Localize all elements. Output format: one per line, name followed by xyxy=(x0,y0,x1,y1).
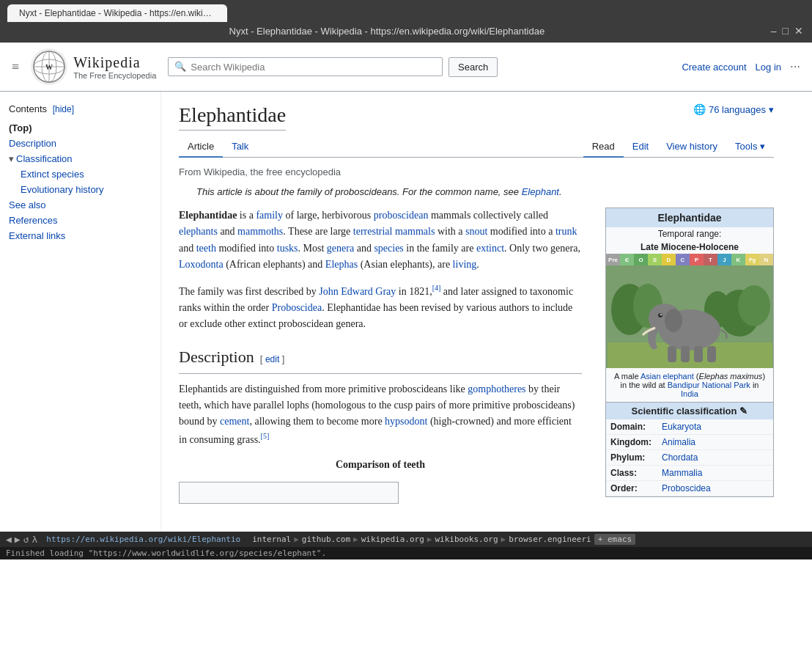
breadcrumb-github[interactable]: github.com xyxy=(302,535,350,544)
toc-item-references[interactable]: References xyxy=(9,213,152,228)
section-description-edit-link[interactable]: edit xyxy=(265,354,279,364)
article-content-row: Elephantidae is a family of large, herbi… xyxy=(179,208,774,506)
link-loxodonta[interactable]: Loxodonta xyxy=(179,259,224,270)
link-proboscidean[interactable]: proboscidean xyxy=(374,210,429,221)
languages-button[interactable]: 🌐 76 languages ▾ xyxy=(693,103,774,115)
breadcrumb-browser-engineering[interactable]: browser.engineeri xyxy=(509,535,591,544)
link-gray[interactable]: John Edward Gray xyxy=(319,285,396,296)
log-in-link[interactable]: Log in xyxy=(756,62,781,73)
create-account-link[interactable]: Create account xyxy=(682,62,746,73)
toc-item-classification[interactable]: ▾Classification xyxy=(9,151,152,166)
tab-article[interactable]: Article xyxy=(179,136,223,158)
timebar-carboniferous[interactable]: C xyxy=(676,254,690,265)
svg-point-11 xyxy=(738,285,770,326)
phylum-label: Phylum: xyxy=(610,452,662,463)
timebar-triassic[interactable]: T xyxy=(704,254,717,265)
minimize-button[interactable]: – xyxy=(771,25,777,37)
infobox: Elephantidae Temporal range: Late Miocen… xyxy=(605,208,774,497)
search-input[interactable] xyxy=(191,62,436,73)
nav-lambda[interactable]: λ xyxy=(32,534,37,545)
article-description-para: Elephantids are distinguished from more … xyxy=(179,381,582,448)
tab-edit[interactable]: Edit xyxy=(624,136,657,158)
breadcrumb-internal[interactable]: internal xyxy=(252,535,291,544)
toc-link-description[interactable]: Description xyxy=(9,138,56,149)
kingdom-value[interactable]: Animalia xyxy=(662,437,769,447)
timebar-devonian[interactable]: D xyxy=(662,254,676,265)
hamburger-menu[interactable]: ≡ xyxy=(12,59,19,75)
toc-item-evolutionary[interactable]: Evolutionary history xyxy=(9,182,152,197)
breadcrumb-wikipedia[interactable]: wikipedia.org xyxy=(361,535,424,544)
timebar-silurian[interactable]: S xyxy=(648,254,662,265)
domain-value[interactable]: Eukaryota xyxy=(662,422,769,432)
wiki-logo[interactable]: W Wikipedia The Free Encyclopedia xyxy=(31,48,156,85)
tab-talk[interactable]: Talk xyxy=(223,136,257,158)
search-button[interactable]: Search xyxy=(449,57,498,77)
toc-item-extinct[interactable]: Extinct species xyxy=(9,166,152,182)
browser-tab[interactable]: Nyxt - Elephantidae - Wikipedia - https:… xyxy=(7,4,227,22)
class-value[interactable]: Mammalia xyxy=(662,468,769,478)
cite-4[interactable]: [4] xyxy=(432,284,441,292)
link-tusks[interactable]: tusks xyxy=(277,243,298,254)
tab-view-history[interactable]: View history xyxy=(657,136,726,158)
timebar-pre[interactable]: Pre xyxy=(606,254,620,265)
link-cement[interactable]: cement xyxy=(220,416,249,427)
timebar-cretaceous[interactable]: K xyxy=(731,254,745,265)
breadcrumb-wikibooks[interactable]: wikibooks.org xyxy=(435,535,498,544)
timebar-cambrian[interactable]: Є xyxy=(620,254,634,265)
link-living[interactable]: living xyxy=(453,259,477,270)
toc-item-top[interactable]: (Top) xyxy=(9,120,152,136)
toc-item-description[interactable]: Description xyxy=(9,136,152,151)
nav-reload[interactable]: ↺ xyxy=(23,534,29,545)
timebar-paleogene[interactable]: Pg xyxy=(745,254,759,265)
link-mammoths[interactable]: mammoths xyxy=(237,226,283,237)
timebar-ordovician[interactable]: O xyxy=(634,254,648,265)
breadcrumb-sep-4: ▶ xyxy=(501,535,506,544)
link-terrestrial[interactable]: terrestrial mammals xyxy=(353,226,435,237)
italic-note-link[interactable]: Elephant xyxy=(522,186,559,197)
link-genera[interactable]: genera xyxy=(327,243,354,254)
cite-5[interactable]: [5] xyxy=(261,432,270,440)
link-extinct[interactable]: extinct xyxy=(476,243,504,254)
more-options-icon[interactable]: ⋯ xyxy=(790,61,800,73)
edit-sci-class-icon[interactable]: ✎ xyxy=(739,405,748,416)
tab-tools[interactable]: Tools ▾ xyxy=(726,136,774,158)
toc-link-externallinks[interactable]: External links xyxy=(9,230,65,241)
section-description-title: Description xyxy=(179,344,254,370)
toc-link-extinct[interactable]: Extinct species xyxy=(21,169,84,180)
caption-link-asian-elephant[interactable]: Asian elephant xyxy=(641,372,694,381)
toc-hide-button[interactable]: [hide] xyxy=(53,104,74,114)
toc-item-seealso[interactable]: See also xyxy=(9,197,152,213)
link-snout[interactable]: snout xyxy=(465,226,487,237)
link-species[interactable]: species xyxy=(374,243,403,254)
link-proboscidea[interactable]: Proboscidea xyxy=(272,302,322,313)
toc-item-externallinks[interactable]: External links xyxy=(9,228,152,243)
link-family[interactable]: family xyxy=(256,210,283,221)
maximize-button[interactable]: □ xyxy=(783,25,789,37)
link-trunk[interactable]: trunk xyxy=(556,226,577,237)
timebar-jurassic[interactable]: J xyxy=(717,254,731,265)
link-gomphotheres[interactable]: gomphotheres xyxy=(468,383,525,394)
caption-link-bandipur[interactable]: Bandipur National Park xyxy=(668,381,750,389)
breadcrumb-add-emacs[interactable]: + emacs xyxy=(594,534,635,545)
toc-link-evolutionary[interactable]: Evolutionary history xyxy=(21,184,103,195)
link-elephas[interactable]: Elephas xyxy=(325,259,358,270)
tab-read[interactable]: Read xyxy=(583,136,624,158)
timebar-neogene[interactable]: N xyxy=(759,254,773,265)
link-hypsodont[interactable]: hypsodont xyxy=(385,416,427,427)
phylum-value[interactable]: Chordata xyxy=(662,452,769,463)
caption-link-india[interactable]: India xyxy=(681,389,698,398)
nav-forward[interactable]: ▶ xyxy=(15,534,21,545)
breadcrumb-sep-1: ▶ xyxy=(294,535,299,544)
close-button[interactable]: ✕ xyxy=(794,25,803,37)
order-value[interactable]: Proboscidea xyxy=(662,483,769,493)
timebar-permian[interactable]: P xyxy=(690,254,704,265)
link-elephants[interactable]: elephants xyxy=(179,226,218,237)
nav-back[interactable]: ◀ xyxy=(6,534,12,545)
link-teeth[interactable]: teeth xyxy=(196,243,216,254)
toc-expand-icon[interactable]: ▾ xyxy=(9,153,14,164)
toc-link-top[interactable]: (Top) xyxy=(9,122,32,133)
toc-link-classification[interactable]: Classification xyxy=(16,153,73,164)
toc-link-seealso[interactable]: See also xyxy=(9,199,46,210)
infobox-temporal-label: Temporal range: xyxy=(606,227,773,241)
toc-link-references[interactable]: References xyxy=(9,215,57,226)
